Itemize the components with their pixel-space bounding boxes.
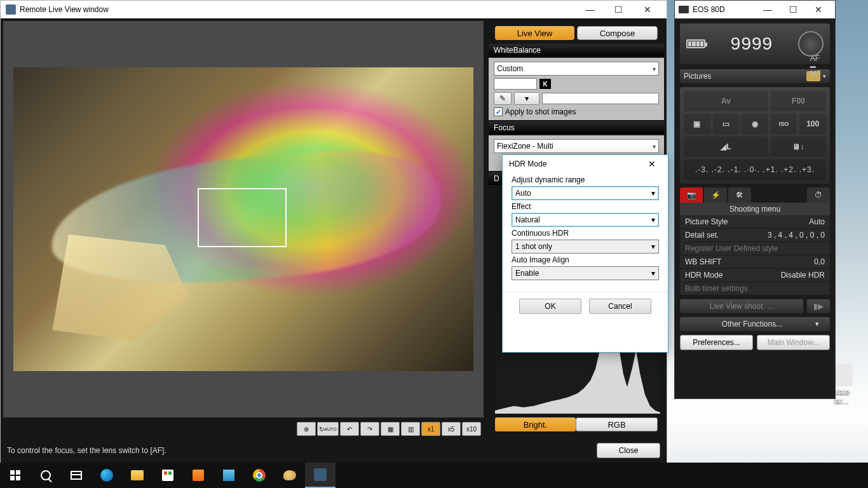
- taskbar-movies[interactable]: [183, 463, 214, 488]
- save-pc-cell[interactable]: 🖥↓: [771, 137, 826, 157]
- taskbar: [0, 463, 868, 488]
- main-window-button[interactable]: Main Window...: [757, 335, 830, 350]
- aperture-cell[interactable]: F00: [771, 91, 826, 111]
- hdr-effect-value: Natural: [515, 215, 540, 224]
- capture-tab-tools[interactable]: 🛠: [728, 187, 751, 203]
- wb-section-header: WhiteBalance: [489, 44, 664, 57]
- cam-minimize-button[interactable]: —: [755, 1, 780, 18]
- video-button[interactable]: ▮▶: [807, 299, 830, 313]
- destination-row[interactable]: Pictures ▾: [680, 69, 830, 83]
- capture-tab-timer[interactable]: ⏱: [807, 187, 830, 203]
- zoom-x5-button[interactable]: x5: [442, 422, 461, 436]
- taskbar-paint3d[interactable]: [214, 463, 244, 488]
- maximize-button[interactable]: ☐: [604, 1, 633, 18]
- hdr-align-label: Auto Image Align: [512, 255, 659, 264]
- grid-button[interactable]: ▦: [381, 422, 400, 436]
- iso-value-cell[interactable]: 100: [799, 114, 826, 134]
- footer-close-button[interactable]: Close: [597, 443, 660, 458]
- rotate-ccw-button[interactable]: ↶: [340, 422, 359, 436]
- close-button[interactable]: ✕: [633, 1, 661, 18]
- tab-bright[interactable]: Bright.: [495, 417, 576, 431]
- wb-value-input[interactable]: [542, 93, 659, 104]
- hdr-cont-select[interactable]: 1 shot only▾: [512, 240, 659, 254]
- auto-rotate-button[interactable]: ↻AUTO: [317, 422, 339, 436]
- taskbar-edge[interactable]: [92, 463, 122, 488]
- wb-kelvin-input[interactable]: [494, 78, 537, 90]
- single-shot-cell[interactable]: ▭: [713, 114, 740, 134]
- wb-eyedropper-button[interactable]: ✎: [494, 92, 512, 105]
- focus-rectangle[interactable]: [198, 188, 287, 247]
- capture-tab-flash[interactable]: ⚡: [704, 187, 727, 203]
- hdr-effect-label: Effect: [512, 202, 659, 211]
- menu-detail-set[interactable]: Detail set.3 , 4 , 4 , 0 , 0 , 0: [680, 229, 830, 242]
- other-functions-button[interactable]: Other Functions...: [680, 317, 830, 331]
- camera-lcd: 9999 AF▬MF: [680, 24, 830, 64]
- camera-control-window: EOS 80D — ☐ ✕ 9999 AF▬MF Pictures ▾ Av F…: [674, 0, 836, 399]
- focus-mode-select[interactable]: FlexiZone - Multi▾: [494, 139, 659, 153]
- hdr-cont-label: Continuous HDR: [512, 229, 659, 238]
- focus-section-header: Focus: [489, 121, 664, 134]
- tab-rgb[interactable]: RGB: [576, 417, 658, 431]
- drive-mode-cell[interactable]: ▣: [684, 114, 710, 134]
- cam-title: EOS 80D: [693, 5, 725, 14]
- minimize-button[interactable]: —: [576, 1, 604, 18]
- metering-cell[interactable]: ◉: [742, 114, 768, 134]
- hdr-range-select[interactable]: Auto▾: [512, 186, 659, 200]
- menu-hdr-mode[interactable]: HDR ModeDisable HDR: [680, 269, 830, 282]
- menu-wb-shift[interactable]: WB SHIFT0,0: [680, 255, 830, 269]
- menu-bulb-timer: Bulb timer settings: [680, 282, 830, 295]
- hdr-cancel-button[interactable]: Cancel: [589, 299, 651, 314]
- rotate-cw-button[interactable]: ↷: [360, 422, 379, 436]
- af-mf-indicator: AF▬MF: [810, 54, 821, 78]
- tab-live-view[interactable]: Live View: [495, 26, 574, 40]
- battery-icon: [686, 39, 705, 48]
- taskbar-chrome[interactable]: [244, 463, 275, 488]
- zoom-x1-button[interactable]: x1: [421, 422, 440, 436]
- menu-picture-style[interactable]: Picture StyleAuto: [680, 215, 830, 229]
- taskbar-explorer[interactable]: [122, 463, 153, 488]
- task-view-button[interactable]: [61, 463, 92, 488]
- kelvin-badge: K: [539, 79, 551, 89]
- quality-cell[interactable]: ◢L: [684, 137, 768, 157]
- av-mode-cell[interactable]: Av: [684, 91, 768, 111]
- taskbar-paint[interactable]: [275, 463, 305, 488]
- zoom-x10-button[interactable]: x10: [462, 422, 481, 436]
- rlv-titlebar[interactable]: Remote Live View window — ☐ ✕: [1, 1, 667, 18]
- cam-titlebar[interactable]: EOS 80D — ☐ ✕: [675, 1, 835, 18]
- image-toolbar: ⊕ ↻AUTO ↶ ↷ ▦ ▥ x1 x5 x10: [1, 420, 486, 438]
- mode-dial[interactable]: [798, 31, 824, 57]
- hdr-effect-select[interactable]: Natural▾: [512, 213, 659, 227]
- tab-compose[interactable]: Compose: [577, 26, 658, 40]
- live-image: [13, 67, 473, 371]
- search-button[interactable]: [31, 463, 61, 488]
- hdr-align-value: Enable: [515, 269, 539, 278]
- menu-register-style: Register User Defined style: [680, 242, 830, 255]
- cam-close-button[interactable]: ✕: [806, 1, 831, 18]
- center-focus-button[interactable]: ⊕: [297, 422, 316, 436]
- capture-tab-camera[interactable]: 📷: [680, 187, 703, 203]
- cam-maximize-button[interactable]: ☐: [780, 1, 806, 18]
- hdr-dialog-title: HDR Mode: [509, 159, 546, 168]
- preferences-button[interactable]: Preferences...: [680, 335, 753, 350]
- apply-to-shot-label: Apply to shot images: [505, 107, 576, 116]
- wb-mode-select[interactable]: Custom▾: [494, 62, 659, 76]
- live-image-area[interactable]: [3, 21, 484, 417]
- rlv-title: Remote Live View window: [20, 5, 109, 14]
- ev-scale[interactable]: .-3. .-2. .-1. .∙0∙. .+1. .+2. .+3.: [684, 159, 826, 180]
- apply-to-shot-checkbox[interactable]: ✓: [494, 107, 503, 116]
- hdr-range-label: Adjust dynamic range: [512, 175, 659, 184]
- exposure-panel: Av F00 ▣ ▭ ◉ ISO 100 ◢L 🖥↓ .-3. .-2. .-1…: [680, 87, 830, 184]
- wb-dropdown-button[interactable]: ▾: [514, 92, 539, 105]
- taskbar-eos-utility[interactable]: [305, 463, 336, 488]
- live-view-shoot-button[interactable]: Live View shoot. ...: [680, 299, 803, 313]
- taskbar-store[interactable]: [153, 463, 183, 488]
- hdr-align-select[interactable]: Enable▾: [512, 266, 659, 280]
- hdr-ok-button[interactable]: OK: [519, 299, 581, 314]
- hdr-range-value: Auto: [515, 189, 531, 198]
- iso-label-cell: ISO: [771, 114, 797, 134]
- start-button[interactable]: [0, 463, 31, 488]
- camera-icon: [679, 6, 689, 13]
- status-message: To control the focus, set the lens switc…: [7, 446, 166, 455]
- aspect-button[interactable]: ▥: [401, 422, 420, 436]
- hdr-close-button[interactable]: ✕: [642, 155, 661, 173]
